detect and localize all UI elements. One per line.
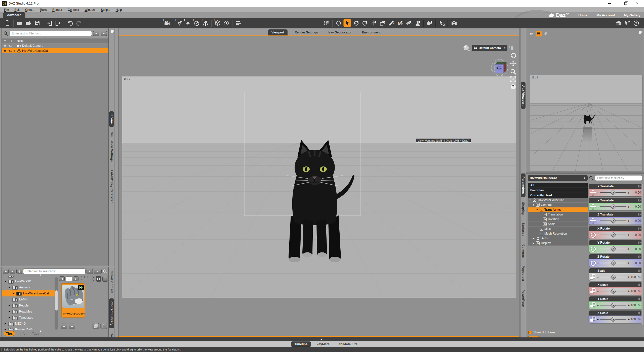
content-search-input[interactable] xyxy=(23,269,86,274)
gear-icon[interactable] xyxy=(637,269,641,273)
add-button[interactable]: + xyxy=(61,324,67,329)
drawstyle-sphere-icon[interactable] xyxy=(463,44,470,52)
scene-info-button[interactable] xyxy=(234,19,242,27)
parameters-filter-input[interactable] xyxy=(595,175,642,181)
parameters-scrollbar[interactable] xyxy=(641,184,643,325)
tree-row-templates[interactable]: ▶STemplates xyxy=(2,315,58,321)
collapse-up-icon[interactable]: ▲ xyxy=(320,338,323,340)
ds-home-button[interactable]: DS xyxy=(615,19,622,27)
dock-tab-scene[interactable]: Scene xyxy=(109,111,114,127)
timeline-collapse-strip[interactable]: ▲ xyxy=(0,337,644,341)
slider-increment[interactable]: + xyxy=(627,318,630,321)
geometry-m-tool-button[interactable]: M xyxy=(396,19,404,27)
tree-row-hivewire3d[interactable]: ▼SHiveWire3D xyxy=(2,278,58,284)
aux-view-button-1[interactable] xyxy=(528,31,534,36)
dock-tab-shaping[interactable]: Shaping xyxy=(521,199,526,218)
content-up-button[interactable] xyxy=(16,269,22,274)
copy-button[interactable] xyxy=(93,323,99,329)
whats-this-button[interactable]: ? xyxy=(623,19,631,27)
slider-decrement[interactable]: − xyxy=(596,191,599,195)
new-point-light-button[interactable]: + xyxy=(184,19,192,27)
tree-row-readmes[interactable]: ▶SReadMes xyxy=(2,309,58,315)
dock-tab-tool-settings[interactable]: Tool Settings xyxy=(109,330,114,337)
expand-arrow-icon[interactable]: ▶ xyxy=(4,322,7,325)
tab-iray-geolocator[interactable]: Iray GeoLocator xyxy=(325,29,355,35)
scene-row[interactable]: ▶HiveWireHouseCat xyxy=(2,48,108,53)
content-item-hivewirehousecat[interactable]: HiveWireHouseCat xyxy=(61,283,85,318)
list-view-button[interactable] xyxy=(102,276,108,282)
slider-increment[interactable]: + xyxy=(627,205,630,209)
param-group-scale[interactable]: GScale xyxy=(528,222,588,227)
content-tree-scrollbar[interactable] xyxy=(55,277,58,330)
param-group-actor[interactable]: ▶Actor xyxy=(528,236,588,241)
tree-row-hivewirehousecat[interactable]: ▶SHiveWireHouseCat xyxy=(2,290,58,296)
render-camera-button[interactable] xyxy=(450,19,458,27)
frame-view-icon[interactable] xyxy=(510,76,516,82)
param-filter-currently-used[interactable]: Currently Used xyxy=(528,193,588,198)
grid-view-button[interactable] xyxy=(96,276,101,282)
page-number-box[interactable]: 1 xyxy=(66,276,72,281)
slider-track[interactable] xyxy=(600,305,626,305)
zoom-out-button[interactable]: − xyxy=(92,279,95,282)
gear-icon[interactable] xyxy=(637,213,641,216)
dock-tab-cameras[interactable]: Cameras xyxy=(521,241,526,261)
menu-help[interactable]: Help xyxy=(113,8,125,12)
menu-render[interactable]: Render xyxy=(50,8,65,12)
expand-arrow-icon[interactable]: ▶ xyxy=(13,50,16,52)
slider-increment[interactable]: + xyxy=(627,219,630,223)
selectable-cursor-icon[interactable] xyxy=(8,44,12,48)
slider-track[interactable] xyxy=(600,192,626,193)
translate-tool-button[interactable] xyxy=(370,19,378,27)
expand-arrow-icon[interactable]: ▼ xyxy=(529,199,531,201)
import-button[interactable] xyxy=(45,19,53,27)
dock-tab-puppeteer[interactable]: Puppeteer xyxy=(521,263,526,284)
tab-timeline[interactable]: Timeline xyxy=(291,341,311,347)
slider-increment[interactable]: + xyxy=(627,289,630,293)
new-null-button[interactable]: + xyxy=(222,19,230,27)
slider-track[interactable] xyxy=(600,221,626,221)
tab-animate-lite[interactable]: aniMate Lite xyxy=(335,341,361,347)
aux-view-button-3[interactable] xyxy=(543,31,549,36)
param-group-rotation[interactable]: GRotation xyxy=(528,217,588,222)
figure-tool-button[interactable] xyxy=(414,19,422,27)
expand-arrow-icon[interactable]: ▼ xyxy=(4,280,7,283)
footer-tab-tips[interactable]: Tips xyxy=(4,331,15,336)
slider-track[interactable] xyxy=(600,319,626,320)
aux-view-button-2[interactable] xyxy=(536,31,542,36)
zoom-in-button[interactable]: + xyxy=(92,276,95,279)
viewport-menu-icon[interactable] xyxy=(509,45,514,50)
expand-arrow-icon[interactable]: ▶ xyxy=(532,242,535,244)
page-prev-button[interactable]: ◄ xyxy=(59,276,65,281)
param-group-general[interactable]: ▼GGeneral xyxy=(528,203,588,207)
paste-button[interactable] xyxy=(100,323,107,329)
slider-decrement[interactable]: − xyxy=(596,289,599,293)
menu-edit[interactable]: Edit xyxy=(12,8,22,12)
param-filter-all[interactable]: All xyxy=(528,183,588,188)
aux-menu-icon[interactable] xyxy=(637,30,642,35)
tree-row-mec4d[interactable]: ▶SMEC4D xyxy=(2,321,58,327)
param-group-misc[interactable]: GMisc xyxy=(528,227,588,231)
param-group-mesh-resolution[interactable]: GMesh Resolution xyxy=(528,231,588,236)
slider-z-translate[interactable]: Z Translate−+0.00 xyxy=(589,212,642,225)
new-primitive-button[interactable]: + xyxy=(214,19,221,27)
dock-tab-smart-content[interactable]: Smart Content xyxy=(109,268,114,296)
slider-decrement[interactable]: − xyxy=(596,261,599,265)
tab-keymate[interactable]: keyMate xyxy=(313,341,333,347)
new-spotlight-button[interactable]: + xyxy=(202,19,209,27)
slider-decrement[interactable]: − xyxy=(596,318,599,321)
gear-icon[interactable] xyxy=(637,227,641,230)
visibility-eye-icon[interactable] xyxy=(3,49,7,53)
export-button[interactable] xyxy=(54,19,62,27)
dock-tab-parameters[interactable]: Parameters xyxy=(521,173,526,197)
scene-prev-button[interactable]: ◄ xyxy=(93,31,99,36)
expand-arrow-icon[interactable]: ▶ xyxy=(8,310,11,313)
tool-options-button[interactable] xyxy=(438,19,446,27)
dock-tab-powerpose[interactable]: PowerPose xyxy=(521,287,526,310)
maximize-button[interactable] xyxy=(620,0,631,7)
cat-model[interactable] xyxy=(239,139,355,265)
dock-tab-surfaces[interactable]: Surfaces xyxy=(521,220,526,239)
slider-z-rotate[interactable]: Z Rotate−+0.00 xyxy=(589,254,642,267)
content-filter-dropdown[interactable]: ▼ xyxy=(87,269,93,274)
tree-row-clipped[interactable]: ▶S xyxy=(2,276,58,278)
slider-x-translate[interactable]: X Translate−+0.00 xyxy=(589,184,642,196)
